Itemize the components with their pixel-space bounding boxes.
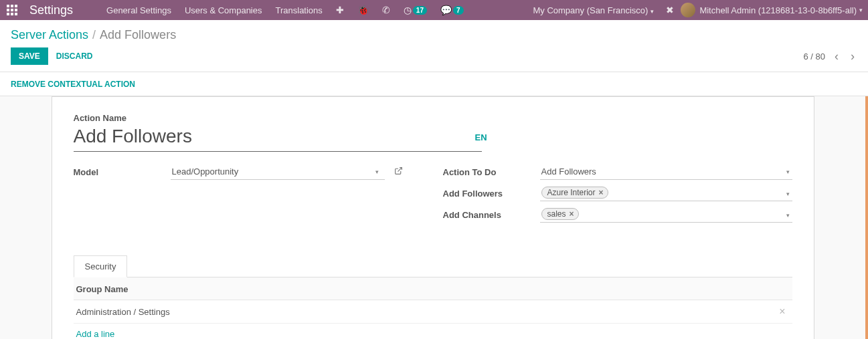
- nav-general-settings[interactable]: General Settings: [100, 5, 178, 15]
- chevron-down-icon: ▾: [859, 7, 863, 13]
- plus-icon[interactable]: ✚: [329, 5, 351, 15]
- phone-icon[interactable]: ✆: [375, 5, 397, 15]
- group-name-cell: Administration / Settings: [76, 307, 776, 317]
- company-switcher[interactable]: My Company (San Francisco)▾: [527, 5, 659, 15]
- breadcrumb-separator: /: [92, 28, 96, 42]
- pager-next-icon[interactable]: ›: [848, 49, 857, 64]
- avatar: [681, 3, 695, 17]
- breadcrumb: Server Actions / Add Followers: [0, 20, 868, 47]
- bug-icon[interactable]: 🐞: [351, 5, 375, 15]
- group-name-column-header: Group Name: [76, 284, 128, 294]
- delete-row-icon[interactable]: ×: [775, 306, 789, 318]
- notebook-tabs: Security: [74, 255, 792, 277]
- tag-sales: sales ×: [541, 208, 579, 220]
- tools-icon[interactable]: ✖: [659, 5, 681, 15]
- add-channels-input[interactable]: sales × ▾: [540, 207, 792, 223]
- action-name-label: Action Name: [74, 113, 792, 123]
- top-navbar: Settings General Settings Users & Compan…: [0, 0, 868, 20]
- svg-line-0: [398, 168, 402, 172]
- breadcrumb-parent[interactable]: Server Actions: [11, 28, 88, 42]
- activities-icon[interactable]: ◷17: [397, 5, 434, 15]
- app-name: Settings: [29, 3, 73, 17]
- table-row[interactable]: Administration / Settings ×: [74, 300, 792, 324]
- messages-icon[interactable]: 💬7: [434, 5, 470, 15]
- control-panel: Server Actions / Add Followers Save Disc…: [0, 20, 868, 72]
- nav-users-companies[interactable]: Users & Companies: [178, 5, 269, 15]
- action-to-do-label: Action To Do: [443, 164, 540, 177]
- activities-badge: 17: [413, 6, 427, 15]
- remove-contextual-action-button[interactable]: Remove Contextual Action: [11, 80, 135, 89]
- tab-security-content: Group Name Administration / Settings × A…: [74, 277, 792, 339]
- pager-prev-icon[interactable]: ‹: [832, 49, 841, 64]
- breadcrumb-current: Add Followers: [100, 28, 176, 42]
- tag-remove-icon[interactable]: ×: [570, 209, 574, 219]
- model-label: Model: [74, 164, 171, 177]
- add-followers-label: Add Followers: [443, 185, 540, 199]
- pager-position[interactable]: 6 / 80: [803, 51, 825, 62]
- user-menu[interactable]: Mitchell Admin (1218681-13-0-8b6ff5-all)…: [681, 3, 863, 17]
- security-table-header: Group Name: [74, 277, 792, 300]
- action-name-input[interactable]: [74, 123, 482, 152]
- action-to-do-select[interactable]: [540, 164, 792, 180]
- chevron-down-icon: ▾: [786, 212, 790, 219]
- model-input[interactable]: [171, 164, 385, 180]
- messages-badge: 7: [453, 6, 464, 15]
- add-channels-label: Add Channels: [443, 207, 540, 220]
- pager: 6 / 80 ‹ ›: [803, 49, 857, 64]
- tag-remove-icon[interactable]: ×: [599, 188, 604, 197]
- action-bar: Remove Contextual Action: [0, 72, 868, 96]
- apps-icon[interactable]: [5, 3, 19, 17]
- save-button[interactable]: Save: [11, 47, 48, 65]
- add-line-button[interactable]: Add a line: [74, 324, 792, 339]
- tag-azure-interior: Azure Interior ×: [541, 187, 608, 199]
- chevron-down-icon: ▾: [786, 191, 790, 197]
- nav-translations[interactable]: Translations: [269, 5, 329, 15]
- discard-button[interactable]: Discard: [48, 47, 101, 65]
- add-followers-input[interactable]: Azure Interior × ▾: [540, 185, 792, 201]
- chevron-down-icon: ▾: [650, 8, 654, 15]
- external-link-icon[interactable]: [394, 166, 403, 177]
- form-sheet: Action Name EN Model ▾: [52, 96, 814, 339]
- translate-button[interactable]: EN: [475, 132, 487, 142]
- tab-security[interactable]: Security: [74, 255, 128, 277]
